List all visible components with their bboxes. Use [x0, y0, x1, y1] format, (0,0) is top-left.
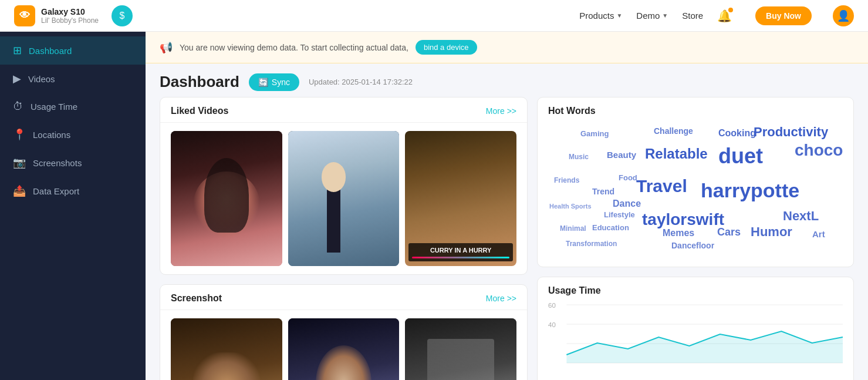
word-cars: Cars: [717, 226, 741, 238]
sidebar-item-usage-time[interactable]: ⏱ Usage Time: [0, 93, 146, 120]
screenshot-grid: [171, 318, 516, 380]
video-thumb-1[interactable]: [171, 131, 282, 266]
nav-links: Products ▼ Demo ▼ Store 🔔 Buy Now 👤: [579, 5, 854, 26]
word-productivity: Productivity: [754, 125, 828, 140]
sidebar-label-screenshots: Screenshots: [33, 158, 82, 168]
word-dance: Dance: [613, 199, 641, 209]
screenshot-thumb-2[interactable]: [288, 318, 400, 380]
word-friends: Friends: [554, 176, 579, 184]
sidebar-label-data-export: Data Export: [33, 186, 79, 196]
word-music: Music: [569, 153, 589, 161]
liked-videos-card: Liked Videos More >>: [160, 97, 528, 275]
buy-now-button[interactable]: Buy Now: [755, 6, 812, 25]
word-education: Education: [592, 223, 629, 232]
brand-icon: 👁: [14, 5, 35, 26]
curry-label: CURRY IN A HURRY: [430, 247, 492, 254]
usage-chart: 60 40: [548, 302, 843, 366]
screenshot-thumb-1[interactable]: [171, 318, 282, 380]
video-thumb-3[interactable]: CURRY IN A HURRY: [405, 131, 516, 266]
device-info: Galaxy S10 Lil' Bobby's Phone: [41, 7, 99, 25]
sync-icon: 🔄: [258, 78, 268, 87]
word-art: Art: [812, 229, 825, 239]
banner-message: You are now viewing demo data. To start …: [180, 43, 408, 52]
hot-words-title: Hot Words: [548, 106, 843, 116]
dashboard-header: Dashboard 🔄 Sync Updated: 2025-01-14 17:…: [146, 63, 868, 97]
bind-device-button[interactable]: bind a device: [416, 40, 477, 55]
liked-videos-title: Liked Videos: [171, 106, 228, 116]
updated-timestamp: Updated: 2025-01-14 17:32:22: [309, 78, 413, 86]
sidebar-label-usage-time: Usage Time: [31, 102, 77, 112]
videos-icon: ▶: [13, 72, 21, 85]
word-trend: Trend: [592, 187, 614, 196]
word-choco: choco: [795, 141, 843, 160]
brand: 👁 Galaxy S10 Lil' Bobby's Phone $: [14, 5, 133, 26]
bell-badge: [728, 8, 733, 12]
word-memes: Memes: [663, 228, 694, 238]
word-beauty: Beauty: [607, 150, 636, 160]
screenshot-header: Screenshot More >>: [160, 285, 527, 310]
products-caret: ▼: [616, 12, 622, 19]
screenshot-thumb-3[interactable]: [405, 318, 516, 380]
svg-text:40: 40: [548, 321, 556, 328]
screenshot-more[interactable]: More >>: [486, 294, 516, 303]
sidebar-label-videos: Videos: [28, 74, 55, 84]
screenshot-title: Screenshot: [171, 293, 222, 304]
svg-text:60: 60: [548, 302, 556, 309]
word-harrypotte: harrypotte: [701, 179, 799, 202]
nav-store[interactable]: Store: [682, 11, 703, 21]
usage-time-title: Usage Time: [548, 285, 843, 296]
device-sub: Lil' Bobby's Phone: [41, 16, 99, 25]
video-thumb-2[interactable]: [288, 131, 400, 266]
sidebar-item-screenshots[interactable]: 📷 Screenshots: [0, 149, 146, 177]
sidebar-item-dashboard[interactable]: ⊞ Dashboard: [0, 36, 146, 65]
liked-videos-body: CURRY IN A HURRY: [160, 123, 527, 274]
sidebar-item-videos[interactable]: ▶ Videos: [0, 65, 146, 93]
liked-videos-more[interactable]: More >>: [486, 106, 516, 116]
sidebar: ⊞ Dashboard ▶ Videos ⏱ Usage Time 📍 Loca…: [0, 32, 146, 380]
word-nextl: NextL: [783, 209, 819, 224]
video-grid: CURRY IN A HURRY: [171, 131, 516, 266]
screenshot-card: Screenshot More >>: [160, 284, 528, 380]
top-nav: 👁 Galaxy S10 Lil' Bobby's Phone $ Produc…: [0, 0, 868, 32]
word-transformation: Transformation: [566, 240, 617, 248]
word-taylorswift: taylorswift: [642, 210, 724, 229]
sidebar-label-dashboard: Dashboard: [29, 46, 72, 56]
right-column: Hot Words GamingChallengeCookingProducti…: [537, 97, 854, 380]
app-body: ⊞ Dashboard ▶ Videos ⏱ Usage Time 📍 Loca…: [0, 32, 868, 380]
word-minimal: Minimal: [560, 224, 586, 233]
bell-wrapper: 🔔: [717, 9, 732, 23]
balance-icon[interactable]: $: [112, 5, 133, 26]
hot-words-card: Hot Words GamingChallengeCookingProducti…: [537, 97, 854, 267]
liked-videos-header: Liked Videos More >>: [160, 97, 527, 123]
dashboard-icon: ⊞: [13, 44, 22, 57]
sidebar-item-data-export[interactable]: 📤 Data Export: [0, 177, 146, 205]
word-dancefloor: Dancefloor: [671, 241, 714, 250]
sidebar-label-locations: Locations: [33, 130, 70, 140]
dashboard-grid: Liked Videos More >>: [146, 97, 868, 380]
sync-button[interactable]: 🔄 Sync: [249, 73, 299, 91]
locations-icon: 📍: [13, 128, 26, 141]
sync-label: Sync: [272, 78, 290, 87]
nav-demo[interactable]: Demo ▼: [636, 11, 668, 21]
word-health-sports: Health Sports: [549, 203, 592, 210]
page-title: Dashboard: [160, 73, 239, 91]
chart-area: 60 40: [548, 302, 843, 372]
word-food: Food: [619, 173, 637, 182]
word-travel: Travel: [636, 176, 687, 196]
left-column: Liked Videos More >>: [160, 97, 528, 380]
sidebar-item-locations[interactable]: 📍 Locations: [0, 120, 146, 149]
main-content: 📢 You are now viewing demo data. To star…: [146, 32, 868, 380]
usage-time-card: Usage Time 60 40: [537, 277, 854, 380]
device-name: Galaxy S10: [41, 7, 99, 16]
screenshot-body: [160, 310, 527, 380]
megaphone-icon: 📢: [160, 41, 173, 54]
word-humor: Humor: [751, 224, 792, 240]
demo-caret: ▼: [662, 12, 668, 19]
word-gaming: Gaming: [580, 129, 609, 138]
screenshots-icon: 📷: [13, 156, 26, 169]
nav-products[interactable]: Products ▼: [579, 11, 622, 21]
word-challenge: Challenge: [654, 126, 693, 136]
user-avatar[interactable]: 👤: [833, 5, 854, 26]
demo-banner: 📢 You are now viewing demo data. To star…: [146, 32, 868, 63]
usage-time-icon: ⏱: [13, 100, 23, 113]
